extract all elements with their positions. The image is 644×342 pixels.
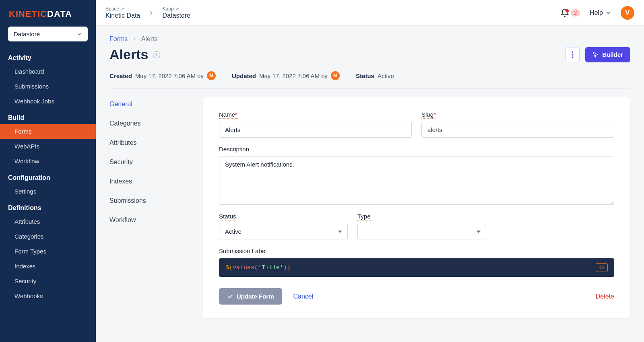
svg-point-0	[572, 51, 573, 53]
builder-button[interactable]: Builder	[585, 47, 630, 62]
sidebar-section-configuration: Configuration Settings	[0, 169, 96, 199]
tab-workflow[interactable]: Workflow	[109, 216, 190, 224]
type-select[interactable]	[357, 224, 486, 239]
name-label: Name*	[219, 111, 237, 119]
meta-created: Created May 17, 2022 7:06 AM by M	[109, 71, 216, 80]
notifications-button[interactable]: 2	[560, 8, 580, 17]
description-label: Description	[219, 146, 249, 153]
user-chip[interactable]: M	[207, 71, 216, 80]
sidebar-item-settings[interactable]: Settings	[0, 184, 96, 199]
sidebar: KINETICDATA Datastore Activity Dashboard…	[0, 0, 96, 342]
breadcrumb-current: Alerts	[141, 35, 158, 43]
form-panel: Name* Slug* Description	[203, 97, 630, 318]
chevron-right-icon: ›	[150, 8, 153, 18]
type-label: Type	[357, 213, 371, 220]
breadcrumb-forms[interactable]: Forms	[109, 35, 128, 43]
sidebar-item-attributes[interactable]: Attributes	[0, 214, 96, 229]
chevron-down-icon	[76, 31, 82, 37]
topbar-kapp-crumb[interactable]: Kapp ↗ Datastore	[163, 6, 190, 20]
svg-point-2	[572, 56, 573, 58]
slug-input[interactable]	[421, 122, 614, 138]
submission-label-label: Submission Label	[219, 247, 266, 255]
help-menu[interactable]: Help	[590, 9, 611, 16]
sidebar-item-security[interactable]: Security	[0, 274, 96, 288]
cursor-icon	[592, 52, 599, 58]
sidebar-item-webhook-jobs[interactable]: Webhook Jobs	[0, 94, 96, 109]
sidebar-item-workflow[interactable]: Workflow	[0, 154, 96, 169]
info-icon[interactable]: i	[153, 51, 160, 58]
sidebar-item-dashboard[interactable]: Dashboard	[0, 64, 96, 79]
tab-indexes[interactable]: Indexes	[109, 178, 190, 185]
meta-row: Created May 17, 2022 7:06 AM by M Update…	[109, 71, 630, 89]
sidebar-item-webapis[interactable]: WebAPIs	[0, 139, 96, 154]
tab-categories[interactable]: Categories	[109, 120, 190, 127]
svg-point-1	[572, 54, 573, 56]
check-icon	[227, 293, 233, 300]
submission-label-input[interactable]: ${values('Title')}	[219, 258, 614, 277]
sidebar-context-select[interactable]: Datastore	[8, 27, 88, 41]
slug-label: Slug*	[421, 111, 436, 119]
meta-updated: Updated May 17, 2022 7:06 AM by M	[232, 71, 340, 80]
sidebar-item-form-types[interactable]: Form Types	[0, 244, 96, 259]
chevron-right-icon: ›	[133, 35, 135, 43]
sidebar-section-activity: Activity Dashboard Submissions Webhook J…	[0, 49, 96, 109]
topbar-space-crumb[interactable]: Space ↗ Kinetic Data	[105, 6, 140, 20]
page-title: Alerts i	[109, 47, 160, 62]
chevron-down-icon	[605, 10, 611, 16]
notification-count: 2	[571, 9, 580, 16]
user-chip[interactable]: M	[331, 71, 340, 80]
sidebar-section-build: Build Forms WebAPIs Workflow	[0, 109, 96, 169]
tab-attributes[interactable]: Attributes	[109, 139, 190, 146]
user-avatar[interactable]: V	[621, 6, 634, 20]
sidebar-item-forms[interactable]: Forms	[0, 124, 96, 139]
sidebar-item-submissions[interactable]: Submissions	[0, 79, 96, 94]
sidebar-item-webhooks[interactable]: Webhooks	[0, 288, 96, 303]
cancel-button[interactable]: Cancel	[293, 293, 314, 300]
meta-status: Status Active	[356, 72, 394, 79]
tab-security[interactable]: Security	[109, 159, 190, 166]
brand-logo: KINETICDATA	[0, 0, 96, 27]
status-label: Status	[219, 213, 236, 220]
more-actions-button[interactable]	[565, 47, 580, 62]
side-tabs: General Categories Attributes Security I…	[109, 97, 190, 318]
breadcrumb: Forms › Alerts	[109, 35, 630, 43]
code-icon	[599, 265, 605, 270]
sidebar-item-indexes[interactable]: Indexes	[0, 259, 96, 274]
name-input[interactable]	[219, 122, 412, 138]
status-select[interactable]: Active	[219, 224, 348, 239]
update-form-button[interactable]: Update Form	[219, 288, 282, 305]
sidebar-item-categories[interactable]: Categories	[0, 229, 96, 244]
description-textarea[interactable]	[219, 157, 614, 205]
vertical-dots-icon	[572, 51, 574, 58]
delete-button[interactable]: Delete	[596, 293, 614, 300]
tab-submissions[interactable]: Submissions	[109, 197, 190, 204]
sidebar-section-definitions: Definitions Attributes Categories Form T…	[0, 199, 96, 303]
tab-general[interactable]: General	[109, 101, 190, 108]
code-toggle-button[interactable]	[596, 263, 608, 272]
topbar: Space ↗ Kinetic Data › Kapp ↗ Datastore …	[96, 0, 644, 26]
